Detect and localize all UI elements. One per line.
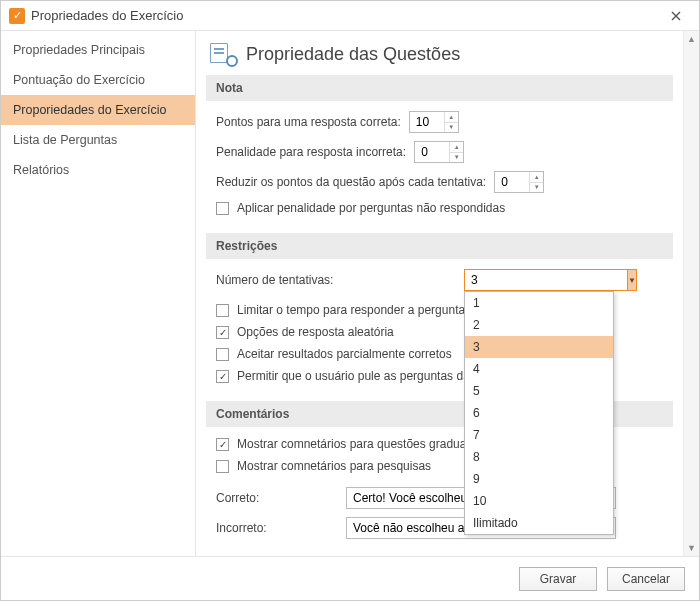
accept-partial-label: Aceitar resultados parcialmente corretos <box>237 347 452 361</box>
penalty-input[interactable] <box>415 142 449 162</box>
attempts-input[interactable] <box>464 269 627 291</box>
dd-item[interactable]: 4 <box>465 358 613 380</box>
app-icon: ✓ <box>9 8 25 24</box>
show-survey-checkbox[interactable] <box>216 460 229 473</box>
apply-penalty-label: Aplicar penalidade por perguntas não res… <box>237 201 505 215</box>
attempts-label: Número de tentativas: <box>216 273 456 287</box>
random-options-checkbox[interactable]: ✓ <box>216 326 229 339</box>
dd-item[interactable]: 10 <box>465 490 613 512</box>
dd-item[interactable]: Ilimitado <box>465 512 613 534</box>
dd-item[interactable]: 2 <box>465 314 613 336</box>
dd-item[interactable]: 8 <box>465 446 613 468</box>
points-spinner[interactable]: ▲▼ <box>409 111 459 133</box>
points-down[interactable]: ▼ <box>445 123 458 133</box>
window-title: Propriedades do Exercício <box>31 8 661 23</box>
page-title: Propriedade das Questões <box>246 44 460 65</box>
reduce-label: Reduzir os pontos da questão após cada t… <box>216 175 486 189</box>
penalty-spinner[interactable]: ▲▼ <box>414 141 464 163</box>
accept-partial-checkbox[interactable] <box>216 348 229 361</box>
points-input[interactable] <box>410 112 444 132</box>
close-icon[interactable] <box>661 1 691 30</box>
penalty-down[interactable]: ▼ <box>450 153 463 163</box>
random-options-label: Opções de resposta aleatória <box>237 325 394 339</box>
section-head-nota: Nota <box>206 75 673 101</box>
sidebar-item-relatorios[interactable]: Relatórios <box>1 155 195 185</box>
reduce-spinner[interactable]: ▲▼ <box>494 171 544 193</box>
penalty-up[interactable]: ▲ <box>450 142 463 153</box>
sidebar-item-pontuacao[interactable]: Pontuação do Exercício <box>1 65 195 95</box>
reduce-input[interactable] <box>495 172 529 192</box>
reduce-up[interactable]: ▲ <box>530 172 543 183</box>
save-button[interactable]: Gravar <box>519 567 597 591</box>
sidebar-item-lista-perguntas[interactable]: Lista de Perguntas <box>1 125 195 155</box>
limit-time-checkbox[interactable] <box>216 304 229 317</box>
chevron-down-icon[interactable]: ▼ <box>627 269 637 291</box>
footer: Gravar Cancelar <box>1 556 699 600</box>
penalty-label: Penalidade para resposta incorreta: <box>216 145 406 159</box>
dd-item[interactable]: 6 <box>465 402 613 424</box>
dd-item[interactable]: 9 <box>465 468 613 490</box>
section-head-restricoes: Restrições <box>206 233 673 259</box>
content-pane: Propriedade das Questões Nota Pontos par… <box>196 31 683 556</box>
show-graded-checkbox[interactable]: ✓ <box>216 438 229 451</box>
reduce-down[interactable]: ▼ <box>530 183 543 193</box>
cancel-button[interactable]: Cancelar <box>607 567 685 591</box>
page-header-icon <box>210 43 236 65</box>
page-header: Propriedade das Questões <box>210 39 669 75</box>
apply-penalty-checkbox[interactable] <box>216 202 229 215</box>
scrollbar[interactable]: ▲ ▼ <box>683 31 699 556</box>
dd-item[interactable]: 3 <box>465 336 613 358</box>
points-up[interactable]: ▲ <box>445 112 458 123</box>
scroll-down-icon[interactable]: ▼ <box>684 540 699 556</box>
incorrect-label: Incorreto: <box>216 521 346 535</box>
show-graded-label: Mostrar comnetários para questões gradua… <box>237 437 486 451</box>
points-label: Pontos para uma resposta correta: <box>216 115 401 129</box>
sidebar: Propriedades Principais Pontuação do Exe… <box>1 31 196 556</box>
correct-label: Correto: <box>216 491 346 505</box>
attempts-dropdown[interactable]: ▼ 1 2 3 4 5 6 7 8 9 10 Ilimitado <box>464 269 614 291</box>
allow-skip-checkbox[interactable]: ✓ <box>216 370 229 383</box>
limit-time-label: Limitar o tempo para responder a pergunt… <box>237 303 468 317</box>
dd-item[interactable]: 7 <box>465 424 613 446</box>
sidebar-item-propriedades-exercicio[interactable]: Proporiedades do Exercício <box>1 95 195 125</box>
scroll-up-icon[interactable]: ▲ <box>684 31 699 47</box>
dd-item[interactable]: 1 <box>465 292 613 314</box>
sidebar-item-propriedades-principais[interactable]: Propriedades Principais <box>1 35 195 65</box>
titlebar: ✓ Propriedades do Exercício <box>1 1 699 31</box>
dd-item[interactable]: 5 <box>465 380 613 402</box>
attempts-dropdown-list: 1 2 3 4 5 6 7 8 9 10 Ilimitado <box>464 291 614 535</box>
show-survey-label: Mostrar comnetários para pesquisas <box>237 459 431 473</box>
